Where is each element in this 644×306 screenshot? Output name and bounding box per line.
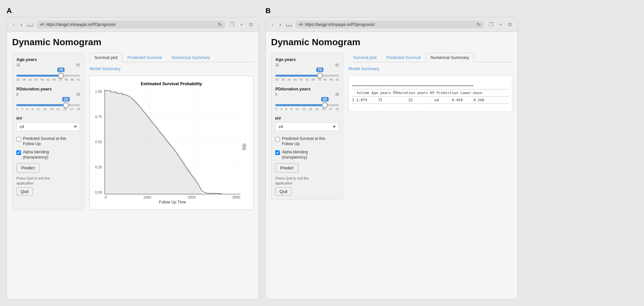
checkbox2-label-b: Alpha blending(transparency) <box>282 150 308 160</box>
panel-a-label: A <box>7 7 259 15</box>
pd-slider-b[interactable]: 22 036912151821242729 <box>275 97 339 111</box>
hy-label-a: HY <box>16 116 80 121</box>
reader-icon-a: 📖 <box>27 21 33 28</box>
checkbox2-row-a: Alpha blending(transparency) <box>16 150 80 160</box>
hy-label-b: HY <box>275 116 339 121</box>
address-bar-b: aA https://tangyl.shinyapps.io/PDprognos… <box>296 21 484 29</box>
predict-btn-a[interactable]: Predict <box>16 163 39 173</box>
tab-predicted-survival-a[interactable]: Predicted Survival <box>123 53 167 62</box>
pd-min-a: 0 <box>16 93 18 96</box>
quit-text-b: Press Quit to exit theapplication <box>275 176 339 185</box>
age-ticks-b: 3238445056626874808691 <box>275 78 339 81</box>
url-b: https://tangyl.shinyapps.io/PDprognosis/ <box>305 22 475 27</box>
quit-text-a: Press Quit to exit theapplication <box>16 176 80 185</box>
add-tab-btn-a[interactable]: + <box>239 21 244 28</box>
table-header-b: futime Age.years PDduration.years HY Pre… <box>352 91 509 95</box>
refresh-btn-b[interactable]: ↻ <box>477 22 481 27</box>
pd-value-badge-a: 22 <box>62 97 69 102</box>
pd-thumb-b[interactable] <box>322 102 328 108</box>
main-content-b: Survival plot Predicted Survival Numeric… <box>348 53 512 200</box>
pd-label-a: PDduration.years <box>16 86 80 91</box>
pd-control-b: PDduration.years 0 29 22 <box>275 86 339 111</box>
hy-select-a[interactable]: ≥4 1 2 3 <box>16 122 80 131</box>
checkbox2-a[interactable] <box>16 150 21 155</box>
refresh-btn-a[interactable]: ↻ <box>218 22 222 27</box>
x-label-a: Follow Up Time <box>105 200 240 204</box>
quit-btn-b[interactable]: Quit <box>275 187 292 196</box>
back-button-b[interactable]: ‹ <box>270 21 275 28</box>
sidebar-a: Age.years 32 91 75 <box>12 53 84 210</box>
age-thumb-b[interactable] <box>317 73 323 79</box>
pd-label-b: PDduration.years <box>275 86 339 91</box>
tabs-row-b: Survival plot Predicted Survival Numeric… <box>348 53 512 62</box>
age-slider-b[interactable]: 75 3238445056626874808691 <box>275 67 339 81</box>
pd-max-a: 29 <box>76 93 80 96</box>
checkbox1-b[interactable] <box>275 137 280 142</box>
back-button-a[interactable]: ‹ <box>11 21 16 28</box>
pd-thumb-a[interactable] <box>63 102 69 108</box>
x-axis-a: 0 1000 2000 3000 <box>105 195 240 199</box>
url-a: https://tangyl.shinyapps.io/PDprognosis/ <box>46 22 216 27</box>
app-title-a: Dynamic Nomogram <box>12 37 253 48</box>
tabs-btn-b[interactable]: ⧉ <box>507 21 513 28</box>
pd-min-b: 0 <box>275 93 277 96</box>
table-footer-b <box>352 104 509 108</box>
pd-slider-a[interactable]: 22 036912151821242729 <box>16 97 80 111</box>
age-control-a: Age.years 32 91 75 <box>16 57 80 81</box>
pd-ticks-a: 036912151821242729 <box>16 107 80 111</box>
age-value-badge-a: 75 <box>57 67 65 72</box>
model-summary-link-b[interactable]: Model Summary <box>348 66 380 71</box>
forward-button-a[interactable]: › <box>19 21 23 28</box>
model-summary-link-a[interactable]: Model Summary <box>89 66 121 71</box>
tabs-row-a: Survival plot Predicted Survival Numeric… <box>89 53 253 62</box>
age-max-b: 91 <box>335 63 339 67</box>
table-row-b: 1 2,079 75 22 ≥4 0.450 0.266 <box>352 96 509 102</box>
tab-predicted-survival-b[interactable]: Predicted Survival <box>381 53 426 62</box>
add-tab-btn-b[interactable]: + <box>498 21 503 28</box>
address-bar-a: aA https://tangyl.shinyapps.io/PDprognos… <box>37 21 225 29</box>
tab-numerical-summary-a[interactable]: Numerical Summary <box>167 53 215 62</box>
panel-b-label: B <box>265 7 518 15</box>
age-slider-a[interactable]: 75 3238445056626874808691 <box>16 67 80 81</box>
age-max-a: 91 <box>76 63 80 67</box>
hy-select-b[interactable]: ≥4 1 2 3 <box>275 122 339 131</box>
tab-survival-plot-a[interactable]: Survival plot <box>89 53 123 62</box>
tab-numerical-summary-b[interactable]: Numerical Summary <box>426 53 474 62</box>
checkbox1-a[interactable] <box>16 137 21 142</box>
app-title-b: Dynamic Nomogram <box>271 37 512 48</box>
plot-with-axes-a: 0 1000 2000 3000 Follow Up Time <box>105 89 240 204</box>
predict-btn-b[interactable]: Predict <box>275 163 298 173</box>
checkbox2-b[interactable] <box>275 150 280 155</box>
quit-btn-a[interactable]: Quit <box>16 187 33 196</box>
survival-plot-a: Estimated Survival Probability 1.00 0.75… <box>89 76 253 210</box>
hy-control-b: HY ≥4 1 2 3 <box>275 116 339 131</box>
share-btn-b[interactable]: ❐ <box>487 21 495 28</box>
checkbox1-label-a: Predicted Survival at thisFollow Up: <box>23 136 66 146</box>
pd-value-badge-b: 22 <box>321 97 328 102</box>
checkbox2-row-b: Alpha blending(transparency) <box>275 150 339 160</box>
checkbox1-row-a: Predicted Survival at thisFollow Up: <box>16 136 80 146</box>
numerical-summary-b: ========================================… <box>348 76 512 112</box>
sidebar-b: Age.years 32 91 75 <box>271 53 343 200</box>
plot-title-a: Estimated Survival Probability <box>95 81 248 86</box>
checkbox2-label-a: Alpha blending(transparency) <box>23 150 49 160</box>
y-axis-a: 1.00 0.75 0.50 0.25 0.00 <box>95 89 103 194</box>
tabs-btn-a[interactable]: ⧉ <box>248 21 254 28</box>
plot-canvas-a <box>105 89 240 194</box>
share-btn-a[interactable]: ❐ <box>228 21 236 28</box>
tab-survival-plot-b[interactable]: Survival plot <box>348 53 381 62</box>
age-thumb-a[interactable] <box>58 73 64 79</box>
y-label-a: S(t) <box>242 89 248 204</box>
pd-ticks-b: 036912151821242729 <box>275 107 339 111</box>
aa-label-a: aA <box>40 23 44 26</box>
pd-control-a: PDduration.years 0 29 22 <box>16 86 80 111</box>
age-value-badge-b: 75 <box>316 67 323 72</box>
age-min-b: 32 <box>275 63 279 67</box>
age-label-a: Age.years <box>16 57 80 62</box>
pd-max-b: 29 <box>335 93 339 96</box>
age-label-b: Age.years <box>275 57 339 62</box>
age-min-a: 32 <box>16 63 20 67</box>
reader-icon-b: 📖 <box>286 21 292 28</box>
age-control-b: Age.years 32 91 75 <box>275 57 339 81</box>
forward-button-b[interactable]: › <box>278 21 282 28</box>
